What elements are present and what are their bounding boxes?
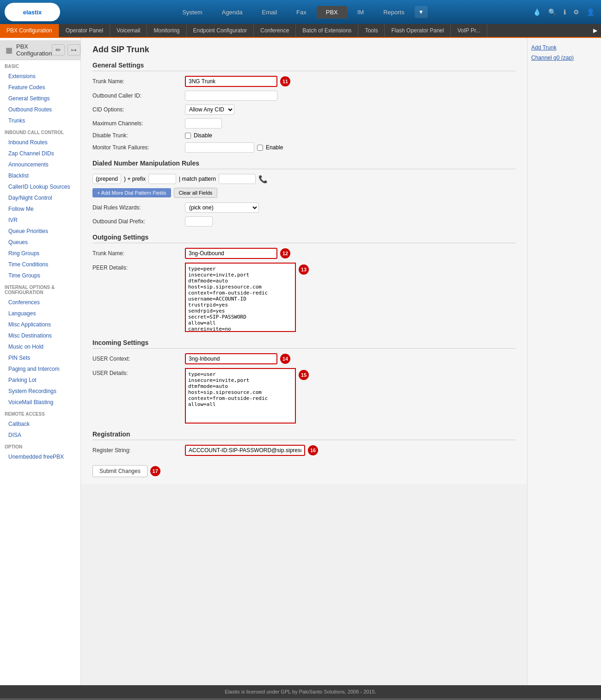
search-top-icon[interactable]: 🔍: [546, 6, 558, 18]
sidebar-item-misc-applications[interactable]: Misc Applications: [0, 319, 80, 330]
outgoing-trunk-name-input[interactable]: [185, 248, 277, 259]
submit-button[interactable]: Submit Changes: [92, 465, 147, 477]
user-details-label: USER Details:: [92, 368, 185, 376]
monitor-trunk-checkbox[interactable]: [257, 145, 263, 151]
sidebar-item-conferences[interactable]: Conferences: [0, 297, 80, 308]
disable-trunk-checkbox[interactable]: [185, 133, 191, 139]
channel-g0-link[interactable]: Channel g0 (zap): [531, 53, 597, 63]
sidebar-item-day-night[interactable]: Day/Night Control: [0, 192, 80, 203]
sidebar-item-unembedded-freepbx[interactable]: Unembedded freePBX: [0, 451, 80, 462]
monitor-trunk-input[interactable]: [185, 142, 254, 153]
monitor-trunk-label: Monitor Trunk Failures:: [92, 144, 185, 151]
main-layout: ▦ PBX Configuration ✏ ↦ ★ ? Basic Extens…: [0, 38, 601, 685]
export-button[interactable]: ↦: [67, 44, 80, 55]
badge-17: 17: [150, 466, 160, 476]
nav-im[interactable]: IM: [348, 6, 373, 18]
user-icon[interactable]: 👤: [585, 6, 596, 18]
match-label: | match pattern: [179, 176, 216, 182]
sidebar-item-pin-sets[interactable]: PIN Sets: [0, 352, 80, 363]
sidebar-item-extensions[interactable]: Extensions: [0, 71, 80, 82]
sidebar-item-queues[interactable]: Queues: [0, 237, 80, 248]
sidebar-item-parking-lot[interactable]: Parking Lot: [0, 375, 80, 386]
sidebar-item-trunks[interactable]: Trunks: [0, 115, 80, 126]
sidebar-item-callback[interactable]: Callback: [0, 418, 80, 430]
nav-flash-operator[interactable]: Flash Operator Panel: [385, 24, 451, 37]
nav-tools[interactable]: Tools: [358, 24, 385, 37]
sidebar-item-follow-me[interactable]: Follow Me: [0, 203, 80, 215]
sidebar-item-blacklist[interactable]: Blacklist: [0, 170, 80, 181]
sidebar-item-ring-groups[interactable]: Ring Groups: [0, 248, 80, 259]
dial-pattern-row: (prepend ) + prefix | match pattern 📞: [92, 174, 515, 184]
outbound-caller-id-row: Outbound Caller ID:: [92, 91, 515, 101]
sidebar-item-voicemail-blasting[interactable]: VoiceMail Blasting: [0, 397, 80, 408]
user-details-textarea[interactable]: [185, 368, 296, 424]
sidebar: ▦ PBX Configuration ✏ ↦ ★ ? Basic Extens…: [0, 38, 81, 685]
pbx-config-title: ▦ PBX Configuration: [6, 43, 52, 57]
content-panel: Add SIP Trunk General Settings Trunk Nam…: [81, 38, 527, 685]
sidebar-item-queue-priorities[interactable]: Queue Priorities: [0, 226, 80, 237]
nav-monitoring[interactable]: Monitoring: [147, 24, 186, 37]
trunk-name-input[interactable]: [185, 76, 277, 87]
outbound-caller-id-input[interactable]: [185, 91, 277, 101]
max-channels-row: Maximum Channels:: [92, 118, 515, 129]
dial-rules-label: Dial Rules Wizards:: [92, 204, 185, 211]
register-string-input[interactable]: [185, 445, 305, 456]
nav-endpoint-configurator[interactable]: Endpoint Configurator: [187, 24, 254, 37]
outbound-prefix-input[interactable]: [185, 216, 213, 227]
nav-voip-pr[interactable]: VoIP Pr...: [451, 24, 487, 37]
prefix-input[interactable]: [148, 174, 176, 184]
clear-all-button[interactable]: Clear all Fields: [174, 188, 218, 198]
sidebar-item-system-recordings[interactable]: System Recordings: [0, 386, 80, 397]
sidebar-section-remote: Remote Access: [0, 408, 80, 418]
badge-15: 15: [299, 370, 309, 380]
sidebar-item-misc-destinations[interactable]: Misc Destinations: [0, 330, 80, 341]
sidebar-item-disa[interactable]: DISA: [0, 430, 80, 441]
badge-12: 12: [280, 248, 290, 258]
sidebar-item-feature-codes[interactable]: Feature Codes: [0, 82, 80, 93]
sidebar-item-music-on-hold[interactable]: Music on Hold: [0, 341, 80, 352]
sidebar-section-option: Option: [0, 441, 80, 451]
nav-agenda[interactable]: Agenda: [213, 6, 252, 18]
sidebar-item-zap-channel[interactable]: Zap Channel DIDs: [0, 148, 80, 159]
match-input[interactable]: [219, 174, 256, 184]
sidebar-item-outbound-routes[interactable]: Outbound Routes: [0, 104, 80, 115]
settings-icon[interactable]: ⚙: [571, 6, 581, 18]
nav-batch-extensions[interactable]: Batch of Extensions: [296, 24, 358, 37]
top-right-icons: 💧 🔍 ℹ ⚙ 👤: [531, 6, 596, 18]
nav-operator-panel[interactable]: Operator Panel: [59, 24, 110, 37]
user-details-row: USER Details: 15: [92, 368, 515, 424]
sidebar-item-general-settings[interactable]: General Settings: [0, 93, 80, 104]
add-trunk-link[interactable]: Add Trunk: [531, 43, 597, 53]
nav-pbx[interactable]: PBX: [317, 6, 347, 18]
nav-system[interactable]: System: [173, 6, 211, 18]
user-context-input[interactable]: [185, 353, 277, 364]
info-icon: ℹ: [562, 6, 568, 18]
nav-email[interactable]: Email: [253, 6, 287, 18]
nav-more[interactable]: ▼: [415, 6, 428, 18]
sidebar-item-time-groups[interactable]: Time Groups: [0, 270, 80, 281]
nav-voicemail[interactable]: Voicemail: [110, 24, 147, 37]
footer-bar: Elastix is licensed under GPL by PaloSan…: [0, 685, 601, 698]
sidebar-item-ivr[interactable]: IVR: [0, 215, 80, 226]
sidebar-item-announcements[interactable]: Announcements: [0, 159, 80, 170]
add-more-button[interactable]: + Add More Dial Pattern Fields: [92, 188, 171, 197]
cid-options-select[interactable]: Allow Any CID Allow CID Block CID Force …: [185, 104, 234, 115]
sidebar-section-internal: Internal Options & Configuration: [0, 281, 80, 297]
peer-details-textarea[interactable]: [185, 263, 296, 332]
max-channels-input[interactable]: [185, 118, 222, 129]
nav-conference[interactable]: Conference: [254, 24, 296, 37]
sidebar-item-time-conditions[interactable]: Time Conditions: [0, 259, 80, 270]
nav-pbx-configuration[interactable]: PBX Configuration: [0, 24, 59, 37]
sidebar-item-callerid-lookup[interactable]: CallerID Lookup Sources: [0, 181, 80, 192]
nav-right-arrow[interactable]: ▶: [589, 25, 601, 37]
sidebar-item-paging-intercom[interactable]: Paging and Intercom: [0, 363, 80, 375]
sidebar-item-inbound-routes[interactable]: Inbound Routes: [0, 137, 80, 148]
monitor-trunk-enable-text: Enable: [266, 144, 283, 151]
max-channels-label: Maximum Channels:: [92, 120, 185, 127]
edit-button[interactable]: ✏: [52, 44, 65, 55]
outbound-prefix-row: Outbound Dial Prefix:: [92, 216, 515, 227]
dial-rules-select[interactable]: (pick one): [185, 203, 259, 213]
nav-fax[interactable]: Fax: [287, 6, 316, 18]
sidebar-item-languages[interactable]: Languages: [0, 308, 80, 319]
nav-reports[interactable]: Reports: [374, 6, 414, 18]
